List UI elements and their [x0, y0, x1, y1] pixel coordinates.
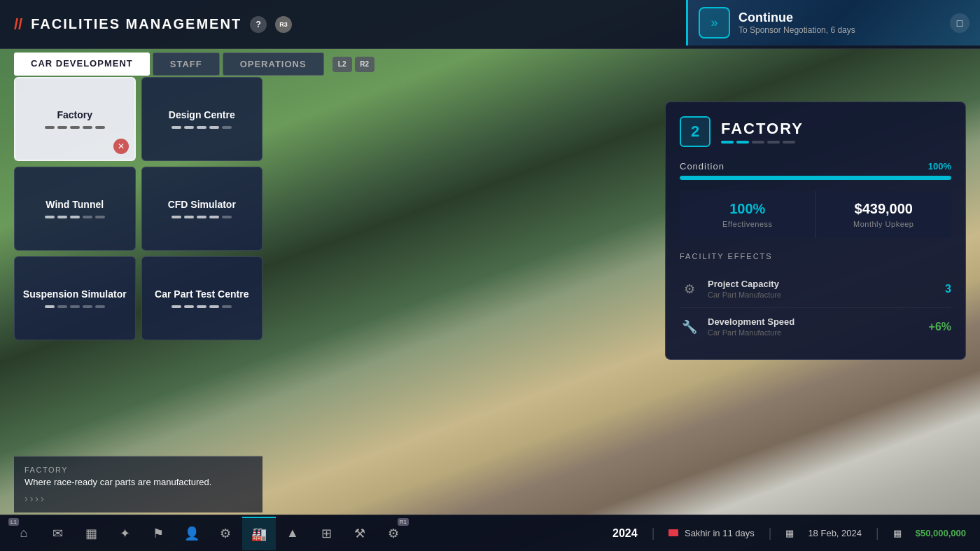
dot4 — [209, 216, 219, 218]
design-centre-dots — [172, 126, 232, 129]
tab-car-development[interactable]: CAR DEVELOPMENT — [14, 53, 150, 76]
facility-card-car-part-test-centre[interactable]: Car Part Test Centre — [141, 256, 263, 340]
nav-car-parts[interactable]: ⚙ — [209, 517, 242, 550]
strategy-icon: ✦ — [120, 526, 130, 541]
detail-title: FACTORY — [721, 120, 804, 138]
page-title: FACILITIES MANAGEMENT — [31, 16, 241, 32]
nav-grid[interactable]: ⊞ — [309, 517, 343, 550]
car-parts-icon: ⚙ — [220, 526, 231, 541]
continue-label: Continue — [738, 11, 855, 25]
nav-driver[interactable]: 👤 — [175, 517, 209, 550]
mail-icon: ✉ — [52, 526, 63, 541]
standings-icon: ▲ — [286, 526, 299, 540]
r1-badge: R1 — [398, 518, 409, 526]
detail-header: 2 FACTORY — [680, 116, 951, 147]
divider1: | — [652, 526, 655, 540]
dot1 — [172, 216, 181, 218]
condition-fill — [680, 176, 951, 180]
factory-dots — [45, 126, 105, 129]
l1-badge: L1 — [8, 518, 19, 526]
dot2 — [184, 126, 194, 129]
effectiveness-value: 100% — [690, 201, 806, 217]
tab-operations[interactable]: OPERATIONS — [223, 53, 324, 76]
date-display: 18 Feb, 2024 — [808, 528, 862, 538]
effectiveness-cell: 100% Effectiveness — [680, 191, 816, 238]
tools-icon: ⚒ — [354, 526, 365, 541]
facility-desc-text: Where race-ready car parts are manufactu… — [24, 477, 252, 487]
calendar-icon-status: ▦ — [785, 528, 794, 538]
nav-settings[interactable]: R1 ⚙ — [377, 517, 410, 550]
dot4 — [209, 126, 219, 129]
driver-icon: 👤 — [184, 526, 200, 541]
suspension-simulator-dots — [45, 305, 105, 308]
settings-icon: ⚙ — [388, 526, 399, 541]
nav-mail[interactable]: ✉ — [41, 517, 74, 550]
nav-strategy[interactable]: ✦ — [108, 517, 141, 550]
dot5 — [222, 216, 232, 218]
level-dot-2 — [736, 141, 749, 144]
effect-value-project-capacity: 3 — [945, 283, 951, 295]
condition-bar — [680, 176, 951, 180]
dot3 — [197, 305, 206, 308]
tab-controller-buttons: L2 R2 — [332, 53, 374, 76]
r2-button[interactable]: R2 — [355, 57, 374, 72]
continue-close-icon[interactable]: □ — [950, 13, 969, 33]
help-badge[interactable]: ? — [250, 16, 267, 33]
nav-standings[interactable]: ▲ — [276, 517, 309, 550]
effect-name-development-speed: Development Speed — [708, 316, 920, 327]
slash-icon: // — [14, 15, 22, 34]
factory-detail-panel: 2 FACTORY Condition 100% 100% Effectiven… — [665, 102, 966, 360]
effect-row-development-speed: 🔧 Development Speed Car Part Manufacture… — [680, 308, 951, 345]
facility-desc-title: FACTORY — [24, 466, 252, 474]
dot2 — [184, 305, 194, 308]
condition-label: Condition — [680, 161, 724, 172]
continue-button[interactable]: » Continue To Sponsor Negotiation, 6 day… — [686, 0, 980, 46]
wind-tunnel-dots — [45, 216, 105, 218]
nav-facilities[interactable]: 🏭 — [242, 517, 276, 550]
detail-name-section: FACTORY — [721, 120, 804, 144]
dot4 — [83, 216, 92, 218]
nav-home[interactable]: L1 ⌂ — [7, 517, 41, 550]
factory-card-title: Factory — [57, 109, 92, 120]
effect-row-project-capacity: ⚙ Project Capacity Car Part Manufacture … — [680, 270, 951, 308]
arrow1: › — [24, 493, 28, 504]
car-part-test-centre-dots — [172, 305, 232, 308]
nav-tools[interactable]: ⚒ — [343, 517, 377, 550]
calendar-icon: ▦ — [85, 526, 97, 541]
nav-icons: L1 ⌂ ✉ ▦ ✦ ⚑ 👤 ⚙ 🏭 ▲ ⊞ ⚒ — [0, 517, 612, 550]
dot5 — [95, 305, 105, 308]
r3-badge: R3 — [275, 16, 292, 33]
l2-button[interactable]: L2 — [332, 57, 352, 72]
effect-name-project-capacity: Project Capacity — [708, 279, 937, 289]
divider3: | — [876, 526, 879, 540]
level-dot-1 — [721, 141, 734, 144]
facility-grid: Factory ✕ Design Centre Wind Tun — [14, 77, 262, 340]
status-bar: L1 ⌂ ✉ ▦ ✦ ⚑ 👤 ⚙ 🏭 ▲ ⊞ ⚒ — [0, 515, 980, 551]
year-display: 2024 — [612, 527, 638, 540]
facility-card-cfd-simulator[interactable]: CFD Simulator — [141, 167, 263, 251]
location-text: Sakhir in 11 days — [685, 528, 755, 538]
facility-card-factory[interactable]: Factory ✕ — [14, 77, 136, 161]
divider2: | — [769, 526, 772, 540]
cfd-simulator-dots — [172, 216, 232, 218]
dot4 — [83, 126, 92, 129]
facility-panel: Factory ✕ Design Centre Wind Tun — [14, 77, 262, 340]
dot5 — [222, 126, 232, 129]
dot2 — [184, 216, 194, 218]
factory-remove-button[interactable]: ✕ — [113, 139, 129, 154]
effect-sub-project-capacity: Car Part Manufacture — [708, 291, 937, 299]
effect-info-project-capacity: Project Capacity Car Part Manufacture — [708, 279, 937, 299]
facility-card-wind-tunnel[interactable]: Wind Tunnel — [14, 167, 136, 251]
money-icon: ▦ — [893, 528, 902, 538]
facility-card-suspension-simulator[interactable]: Suspension Simulator — [14, 256, 136, 340]
car-part-test-centre-title: Car Part Test Centre — [155, 288, 248, 300]
nav-calendar[interactable]: ▦ — [74, 517, 108, 550]
level-dot-5 — [783, 141, 795, 144]
facility-card-design-centre[interactable]: Design Centre — [141, 77, 263, 161]
tab-staff[interactable]: STAFF — [153, 53, 220, 76]
wrench-icon: 🔧 — [680, 317, 699, 337]
nav-race[interactable]: ⚑ — [141, 517, 175, 550]
dot2 — [57, 305, 67, 308]
arrow4: › — [41, 493, 44, 504]
wind-tunnel-title: Wind Tunnel — [46, 199, 104, 210]
